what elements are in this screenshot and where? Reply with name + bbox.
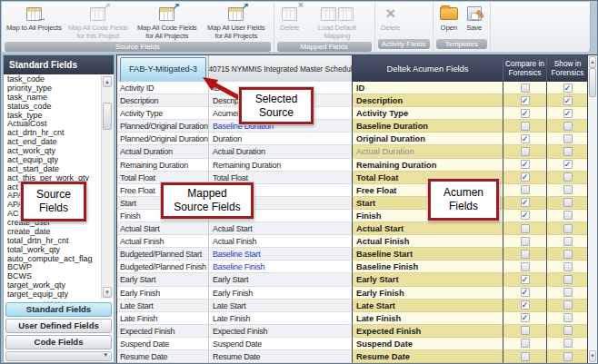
- show-checkbox[interactable]: [563, 185, 573, 194]
- ribbon-group-buttons[interactable]: ×Delete: [376, 2, 432, 38]
- ribbon-group[interactable]: →Map to All Projects↗Map All Code Fields…: [2, 2, 274, 52]
- tab-standard-fields[interactable]: Standard Fields: [5, 302, 112, 317]
- mapping-row[interactable]: Late FinishLate FinishLate Finish✓: [117, 312, 588, 325]
- compare-checkbox[interactable]: ✓: [521, 300, 530, 310]
- mapping-row[interactable]: Budgeted/Planned FinishBaseline FinishBa…: [117, 261, 588, 273]
- compare-checkbox[interactable]: [521, 84, 530, 93]
- mapping-row[interactable]: Budgeted/Planned StartBaseline StartBase…: [117, 248, 588, 261]
- compare-checkbox[interactable]: [521, 339, 530, 348]
- mapped-column-header[interactable]: 040715 NYMMIS Integrated Master Schedule: [209, 55, 353, 82]
- source-field-item[interactable]: task_code: [5, 75, 101, 84]
- show-checkbox[interactable]: [563, 250, 573, 259]
- ribbon-group-buttons[interactable]: →Map to All Projects↗Map All Code Fields…: [3, 2, 273, 41]
- compare-checkbox[interactable]: ✓: [521, 211, 530, 220]
- compare-checkbox[interactable]: [521, 237, 530, 246]
- source-field-item[interactable]: act_end_date: [5, 138, 101, 147]
- source-field-item[interactable]: auto_compute_act_flag: [5, 255, 101, 264]
- mapping-row[interactable]: DescriptionDescriptionDescription✓✓: [117, 94, 588, 107]
- grid-scrollbar[interactable]: ▲ ▼: [587, 55, 597, 363]
- show-checkbox[interactable]: [563, 326, 573, 335]
- source-field-item[interactable]: status_code: [5, 103, 101, 112]
- show-checkbox[interactable]: [563, 224, 573, 233]
- show-checkbox[interactable]: ✓: [563, 109, 573, 118]
- source-field-item[interactable]: task_name: [5, 93, 101, 103]
- mapping-row[interactable]: Early StartEarly StartEarly Start✓: [117, 273, 588, 286]
- show-checkbox[interactable]: [563, 134, 573, 143]
- mapping-row[interactable]: Planned/Original DurationBaseline Durati…: [117, 120, 588, 133]
- source-field-item[interactable]: task_type: [5, 112, 101, 121]
- source-field-item[interactable]: total_drtn_hr_cnt: [5, 237, 101, 246]
- compare-checkbox[interactable]: [521, 122, 530, 131]
- compare-checkbox[interactable]: [521, 352, 530, 361]
- mapping-row[interactable]: Actual DurationActual DurationActual Dur…: [117, 145, 588, 158]
- map-all-user-fields-for-all-projects-button[interactable]: ↗Map All User Fields for All Projects: [202, 3, 271, 41]
- compare-checkbox[interactable]: [521, 185, 530, 194]
- show-checkbox[interactable]: [563, 313, 573, 322]
- show-checkbox[interactable]: [563, 339, 573, 348]
- compare-checkbox[interactable]: ✓: [521, 275, 530, 284]
- show-checkbox[interactable]: ✓: [563, 84, 573, 93]
- mapping-row[interactable]: Remaining DurationRemaining DurationRema…: [117, 159, 588, 172]
- mapping-row[interactable]: Activity IDIDID✓: [117, 82, 588, 94]
- show-checkbox[interactable]: ✓: [563, 96, 573, 105]
- map-all-code-fields-for-all-projects-button[interactable]: ↗Map All Code Fields for All Projects: [133, 3, 202, 41]
- show-checkbox[interactable]: [563, 237, 573, 246]
- scroll-up-icon[interactable]: ▲: [589, 56, 596, 68]
- show-checkbox[interactable]: [563, 172, 573, 182]
- mapping-row[interactable]: Early FinishEarly FinishEarly Finish✓: [117, 287, 588, 300]
- scroll-up-icon[interactable]: ▲: [103, 76, 112, 87]
- compare-checkbox[interactable]: ✓: [521, 198, 530, 207]
- mapping-row[interactable]: Suspend DateSuspend DateSuspend Date: [117, 338, 588, 350]
- source-field-item[interactable]: target_work_qty: [5, 281, 101, 290]
- mapping-row[interactable]: Actual FinishActual FinishActual Finish: [117, 235, 588, 248]
- show-checkbox[interactable]: [563, 262, 573, 271]
- mapping-row[interactable]: Actual StartActual StartActual Start: [117, 222, 588, 235]
- tab-user-defined-fields[interactable]: User Defined Fields: [5, 319, 112, 333]
- show-checkbox[interactable]: [563, 211, 573, 220]
- compare-checkbox[interactable]: [521, 326, 530, 335]
- mapping-row[interactable]: Activity TypeAcumen Activity TypeActivit…: [117, 107, 588, 120]
- ribbon-group-buttons[interactable]: ×DeleteLoad Default Mapping: [275, 2, 374, 41]
- compare-checkbox[interactable]: ✓: [521, 288, 530, 297]
- ribbon-group[interactable]: ×DeleteActivity Fields: [375, 2, 434, 52]
- mapping-row[interactable]: Planned/Original DurationDurationOrigina…: [117, 133, 588, 145]
- show-checkbox[interactable]: [563, 147, 573, 156]
- scrollbar-thumb[interactable]: [103, 103, 112, 130]
- show-checkbox[interactable]: [563, 352, 573, 361]
- panel-collapse-bar[interactable]: ▾: [5, 351, 112, 361]
- map-to-all-projects-button[interactable]: →Map to All Projects: [5, 3, 64, 41]
- compare-checkbox[interactable]: ✓: [521, 313, 530, 322]
- compare-checkbox[interactable]: [521, 250, 530, 259]
- mapping-row[interactable]: Resume DateResume DateResume Date: [117, 350, 588, 363]
- show-checkbox[interactable]: ✓: [563, 160, 573, 169]
- show-checkbox[interactable]: [563, 288, 573, 297]
- compare-checkbox[interactable]: [521, 262, 530, 271]
- compare-checkbox[interactable]: ✓: [521, 109, 530, 118]
- ribbon-group-buttons[interactable]: Open✎Save: [434, 2, 489, 38]
- scroll-down-icon[interactable]: ▼: [589, 350, 596, 362]
- compare-checkbox[interactable]: [521, 147, 530, 156]
- ribbon-group[interactable]: Open✎SaveTemplates: [434, 2, 491, 52]
- source-field-item[interactable]: priority_type: [5, 84, 101, 93]
- source-field-item[interactable]: total_work_qty: [5, 246, 101, 255]
- save-button[interactable]: ✎Save: [462, 3, 487, 38]
- source-field-item[interactable]: act_drtn_hr_cnt: [5, 129, 101, 138]
- scroll-down-icon[interactable]: ▼: [103, 287, 112, 298]
- selected-source-tab[interactable]: FAB-Y-Mitigated-3: [120, 57, 206, 82]
- scrollbar-thumb[interactable]: [589, 68, 596, 97]
- compare-checkbox[interactable]: ✓: [521, 160, 530, 169]
- source-field-item[interactable]: act_start_date: [5, 165, 101, 174]
- show-checkbox[interactable]: [563, 122, 573, 131]
- ribbon-group[interactable]: ×DeleteLoad Default MappingMapped Fields: [274, 2, 375, 52]
- compare-checkbox[interactable]: ✓: [521, 134, 530, 143]
- mapping-row[interactable]: Expected FinishExpected FinishExpected F…: [117, 325, 588, 338]
- source-field-item[interactable]: BCWS: [5, 272, 101, 281]
- compare-checkbox[interactable]: ✓: [521, 172, 530, 182]
- tab-code-fields[interactable]: Code Fields: [5, 335, 112, 349]
- field-list-scrollbar[interactable]: ▲ ▼: [101, 75, 113, 299]
- source-field-item[interactable]: create_date: [5, 228, 101, 237]
- open-button[interactable]: Open: [436, 3, 462, 38]
- source-field-item[interactable]: act_equip_qty: [5, 156, 101, 165]
- source-field-item[interactable]: act_work_qty: [5, 147, 101, 156]
- source-field-item[interactable]: BCWP: [5, 263, 101, 272]
